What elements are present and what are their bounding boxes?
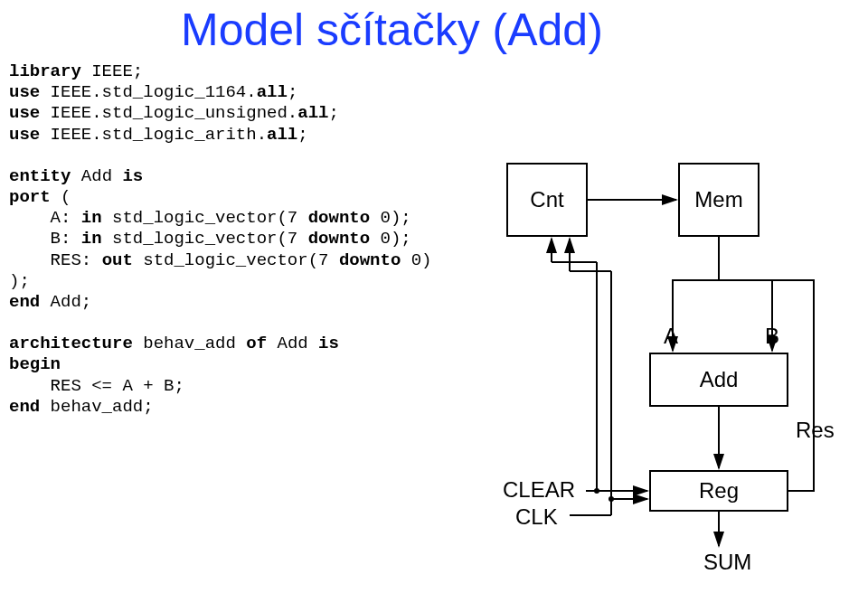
label-b: B	[765, 324, 779, 349]
kw-entity: entity	[9, 166, 81, 186]
code-text: IEEE.std_logic_1164.	[51, 82, 257, 102]
mem-block: Mem	[678, 163, 760, 237]
kw-use: use	[9, 125, 51, 145]
block-diagram: Cnt Mem Add Reg A B Res SUM CLEAR CLK	[506, 154, 868, 588]
reg-block: Reg	[649, 470, 788, 512]
add-block: Add	[649, 353, 788, 407]
code-text: B:	[9, 229, 81, 249]
kw-all: all	[257, 82, 288, 102]
label-clear: CLEAR	[503, 477, 575, 503]
kw-library: library	[9, 61, 91, 81]
kw-of: of	[246, 334, 277, 353]
kw-in: in	[81, 208, 102, 228]
label-res: Res	[796, 418, 835, 443]
code-text: ;	[297, 125, 307, 145]
code-text: RES:	[9, 250, 102, 270]
code-text: Add;	[51, 292, 92, 312]
svg-point-13	[594, 488, 599, 494]
code-text: ;	[328, 103, 338, 123]
kw-downto: downto	[308, 208, 370, 228]
kw-use: use	[9, 82, 51, 102]
code-text: behav_add	[143, 334, 246, 353]
kw-port: port	[9, 187, 61, 207]
code-text: std_logic_vector(7	[133, 250, 339, 270]
cnt-block: Cnt	[506, 163, 588, 237]
code-text: std_logic_vector(7	[102, 208, 308, 228]
code-text: IEEE.std_logic_arith.	[51, 125, 267, 145]
kw-out: out	[102, 250, 133, 270]
code-text: Add	[277, 334, 318, 353]
code-text: ;	[288, 82, 297, 102]
kw-all: all	[297, 103, 328, 123]
code-text: A:	[9, 208, 81, 228]
code-text: 0);	[370, 229, 411, 249]
kw-end: end	[9, 397, 51, 417]
label-a: A	[664, 324, 678, 349]
kw-architecture: architecture	[9, 334, 143, 353]
code-text: (	[61, 187, 71, 207]
kw-end: end	[9, 292, 51, 312]
kw-is: is	[318, 334, 339, 353]
code-text: IEEE.std_logic_unsigned.	[51, 103, 298, 123]
code-text: 0);	[370, 208, 411, 228]
kw-downto: downto	[308, 229, 370, 249]
label-sum: SUM	[703, 550, 751, 575]
kw-downto: downto	[339, 250, 401, 270]
code-text: behav_add;	[51, 397, 154, 417]
code-text: RES <= A + B;	[9, 376, 184, 396]
kw-in: in	[81, 229, 102, 249]
kw-begin: begin	[9, 354, 61, 374]
page-title: Model sčítačky (Add)	[181, 4, 603, 56]
label-clk: CLK	[515, 504, 558, 530]
code-text: IEEE;	[91, 61, 143, 81]
vhdl-code: library IEEE; use IEEE.std_logic_1164.al…	[9, 61, 432, 418]
code-text: Add	[81, 166, 123, 186]
kw-is: is	[122, 166, 143, 186]
kw-use: use	[9, 103, 51, 123]
kw-all: all	[267, 125, 297, 145]
svg-point-14	[609, 496, 614, 502]
code-text: );	[9, 271, 30, 291]
code-text: std_logic_vector(7	[102, 229, 308, 249]
code-text: 0)	[401, 250, 431, 270]
